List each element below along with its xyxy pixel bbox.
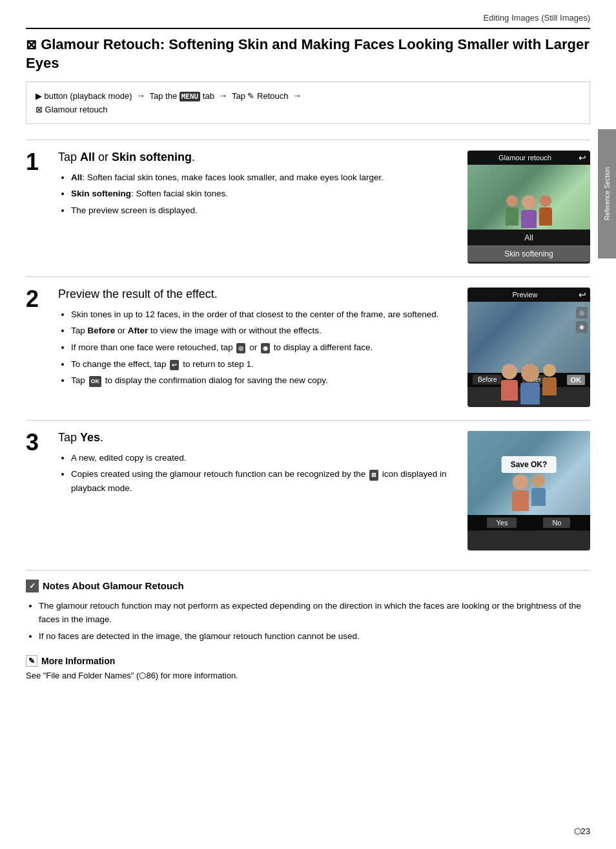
step-2-bullet-4: To change the effect, tap ↩ to return to… xyxy=(71,357,455,372)
step-1-section: 1 Tap All or Skin softening. All: Soften… xyxy=(26,140,590,264)
more-info-title: ✎ More Information xyxy=(26,655,590,667)
step-1-bullet-1: All: Soften facial skin tones, make face… xyxy=(71,171,455,185)
screen1-header: Glamour retouch ↩ xyxy=(467,151,590,165)
screen2-title: Preview xyxy=(471,291,579,299)
notes-title: ✓ Notes About Glamour Retouch xyxy=(26,580,590,592)
step-2-title: Preview the result of the effect. xyxy=(58,288,455,301)
step-2-bullets: Skin tones in up to 12 faces, in the ord… xyxy=(58,308,455,388)
screen2-photo: ◎ ◉ xyxy=(467,302,590,373)
step-1-bullet-3: The preview screen is displayed. xyxy=(71,204,455,218)
more-info-title-text: More Information xyxy=(41,656,115,666)
step-3-title: Tap Yes. xyxy=(58,431,455,445)
step-1-bullets: All: Soften facial skin tones, make face… xyxy=(58,171,455,218)
step-1-screen: Glamour retouch ↩ xyxy=(467,151,590,264)
step-2-bullet-2: Tap Before or After to view the image wi… xyxy=(71,324,455,338)
notes-section: ✓ Notes About Glamour Retouch The glamou… xyxy=(26,570,590,644)
notes-icon: ✓ xyxy=(26,580,39,592)
face-prev-icon[interactable]: ◎ xyxy=(576,307,588,319)
step-2-bullet-1: Skin tones in up to 12 faces, in the ord… xyxy=(71,308,455,322)
side-icons: ◎ ◉ xyxy=(576,307,588,333)
more-info-section: ✎ More Information See "File and Folder … xyxy=(26,655,590,680)
screen1-photo xyxy=(467,165,590,229)
step-1-content: Tap All or Skin softening. All: Soften f… xyxy=(58,151,467,220)
step-2-bullet-5: Tap OK to display the confirmation dialo… xyxy=(71,373,455,388)
menu-item-all[interactable]: All xyxy=(467,229,590,246)
page-header: Editing Images (Still Images) xyxy=(26,13,590,23)
navigation-box: ▶ button (playback mode) → Tap the MENU … xyxy=(26,81,590,124)
step-2-screen: Preview ↩ xyxy=(467,288,590,407)
screen3-footer: Yes No xyxy=(467,515,590,530)
step-2-section: 2 Preview the result of the effect. Skin… xyxy=(26,277,590,407)
step-3-bullets: A new, edited copy is created. Copies cr… xyxy=(58,451,455,496)
face-next-icon[interactable]: ◉ xyxy=(576,321,588,333)
step-1-number: 1 xyxy=(26,151,49,174)
step-3-number: 3 xyxy=(26,431,49,454)
screen1-menu: All Skin softening xyxy=(467,229,590,262)
page-number: ⬡23 xyxy=(574,826,590,836)
title-text: Glamour Retouch: Softening Skin and Maki… xyxy=(26,36,590,71)
screen2-header: Preview ↩ xyxy=(467,288,590,302)
ok-button[interactable]: OK xyxy=(567,375,586,385)
more-info-text: See "File and Folder Names" (⬡86) for mo… xyxy=(26,671,590,680)
step-1-title: Tap All or Skin softening. xyxy=(58,151,455,164)
step-3-bullet-1: A new, edited copy is created. xyxy=(71,451,455,465)
screen2-back-icon: ↩ xyxy=(579,289,586,300)
notes-title-text: Notes About Glamour Retouch xyxy=(43,580,184,591)
menu-item-skin-softening[interactable]: Skin softening xyxy=(467,246,590,262)
nav-line1: ▶ button (playback mode) → Tap the MENU … xyxy=(36,89,580,103)
save-dialog-text: Save OK? xyxy=(511,460,548,469)
step-3-section: 3 Tap Yes. A new, edited copy is created… xyxy=(26,420,590,550)
screen1-title: Glamour retouch xyxy=(471,154,579,162)
step-1-bullet-2: Skin softening: Soften facial skin tones… xyxy=(71,187,455,201)
page-header-text: Editing Images (Still Images) xyxy=(484,13,590,23)
reference-sidebar: Reference Section xyxy=(598,129,616,258)
notes-bullet-1: The glamour retouch function may not per… xyxy=(39,599,590,627)
step-2-number: 2 xyxy=(26,288,49,311)
step-2-content: Preview the result of the effect. Skin t… xyxy=(58,288,467,390)
page-title: ⊠ Glamour Retouch: Softening Skin and Ma… xyxy=(26,28,590,72)
nav-line2: ⊠ Glamour retouch xyxy=(36,103,580,117)
step-3-content: Tap Yes. A new, edited copy is created. … xyxy=(58,431,467,498)
screen1-back-icon: ↩ xyxy=(579,152,586,163)
notes-bullets: The glamour retouch function may not per… xyxy=(26,599,590,644)
step-3-screen: Save OK? Yes No xyxy=(467,431,590,550)
reference-tab-text: Reference Section xyxy=(604,167,611,220)
page-footer: ⬡23 xyxy=(574,826,590,836)
step-2-bullet-3: If more than one face were retouched, ta… xyxy=(71,341,455,355)
before-button[interactable]: Before xyxy=(473,375,502,384)
save-dialog: Save OK? xyxy=(502,456,557,473)
title-icon: ⊠ xyxy=(26,37,37,52)
notes-bullet-2: If no faces are detected in the image, t… xyxy=(39,629,590,644)
screen3-photo: Save OK? xyxy=(467,431,590,515)
yes-button[interactable]: Yes xyxy=(487,518,517,528)
no-button[interactable]: No xyxy=(543,518,570,528)
step-3-bullet-2: Copies created using the glamour retouch… xyxy=(71,467,455,495)
pencil-icon: ✎ xyxy=(26,655,37,667)
